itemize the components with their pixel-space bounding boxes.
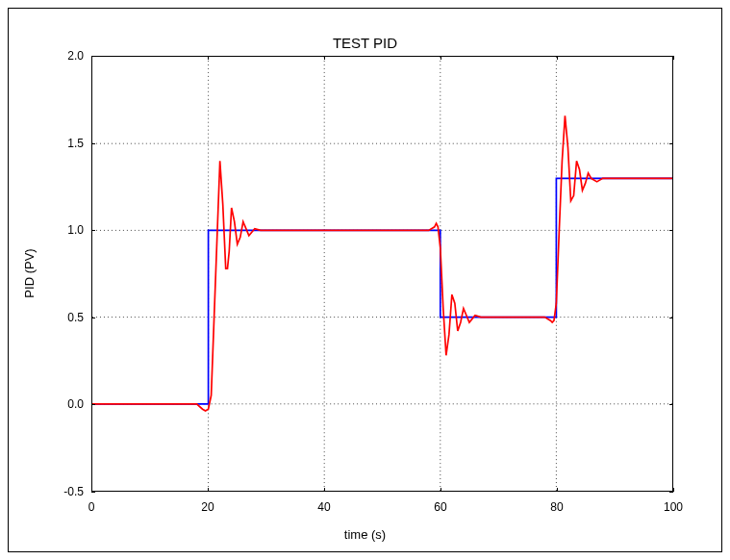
y-tick-label: 0.0 <box>67 397 84 411</box>
y-tick-label: 0.5 <box>67 311 84 324</box>
y-tick-label: 1.0 <box>67 223 84 237</box>
x-tick-label: 40 <box>317 500 330 514</box>
y-tick-label: 2.0 <box>67 49 84 63</box>
plot-area <box>91 56 673 492</box>
y-axis-label: PID (PV) <box>22 248 37 297</box>
y-tick-label: -0.5 <box>63 485 84 498</box>
series-setpoint <box>92 178 672 404</box>
x-tick-label: 60 <box>434 500 446 514</box>
chart-title: TEST PID <box>0 35 730 51</box>
x-tick-label: 0 <box>88 500 95 514</box>
x-tick-label: 20 <box>201 500 214 514</box>
x-tick-label: 100 <box>664 500 683 514</box>
x-axis-label: time (s) <box>0 527 730 542</box>
plot-svg <box>92 57 672 491</box>
y-tick-label: 1.5 <box>67 137 84 150</box>
series-process_variable <box>92 115 672 411</box>
x-tick-label: 80 <box>550 500 563 514</box>
